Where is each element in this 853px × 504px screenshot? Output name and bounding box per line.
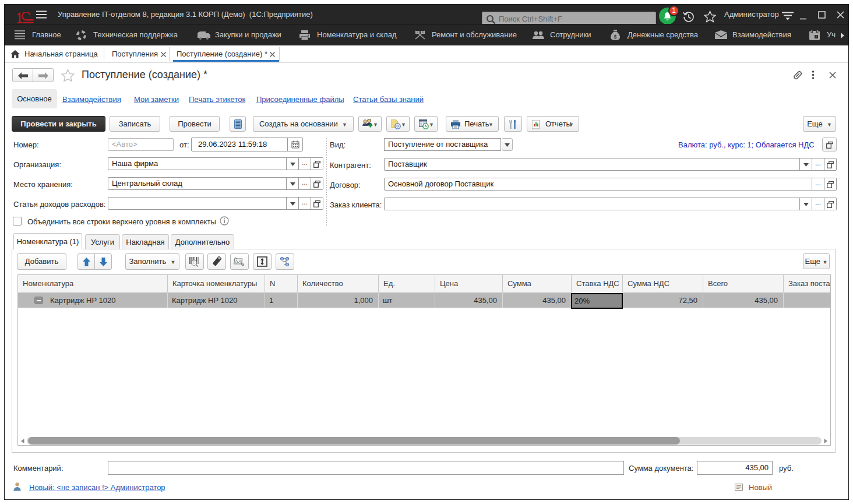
svg-text:$: $ bbox=[614, 34, 616, 40]
svg-text:0-9: 0-9 bbox=[235, 260, 241, 264]
